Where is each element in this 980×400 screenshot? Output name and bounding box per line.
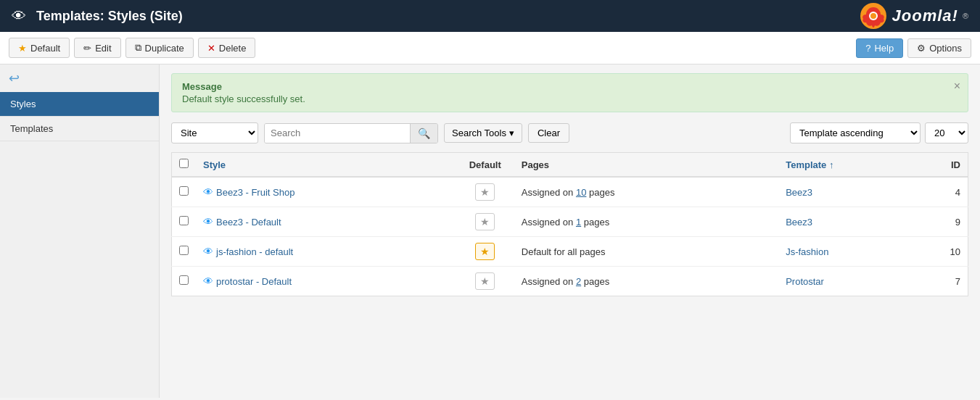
template-link[interactable]: Beez3 xyxy=(786,217,812,228)
search-tools-arrow-icon: ▾ xyxy=(509,128,514,138)
row-id-cell: 10 xyxy=(932,237,968,267)
th-style-label: Style xyxy=(203,159,226,170)
row-template-cell: Protostar xyxy=(778,267,931,296)
joomla-logo: Joomla! ® xyxy=(859,1,968,30)
toolbar: ★ Default ✏ Edit ⧉ Duplicate ✕ Delete ? … xyxy=(0,32,980,64)
delete-button-label: Delete xyxy=(219,43,247,54)
th-pages-label: Pages xyxy=(522,159,549,170)
sidebar-templates-label: Templates xyxy=(10,123,53,134)
options-button[interactable]: ⚙ Options xyxy=(907,38,971,58)
th-style: Style xyxy=(196,153,456,178)
row-checkbox-cell xyxy=(172,237,197,267)
row-default-cell: ★ xyxy=(456,177,514,207)
default-star-button[interactable]: ★ xyxy=(475,183,495,201)
row-checkbox[interactable] xyxy=(179,246,189,255)
help-icon: ? xyxy=(865,43,870,54)
filter-bar: Site Administrator 🔍 Search Tools ▾ Clea… xyxy=(171,122,968,143)
duplicate-button[interactable]: ⧉ Duplicate xyxy=(125,38,194,58)
th-pages: Pages xyxy=(514,153,778,178)
template-link[interactable]: Protostar xyxy=(786,276,824,287)
sidebar-styles-label: Styles xyxy=(10,99,36,109)
th-checkbox xyxy=(172,153,197,178)
row-pages-cell: Default for all pages xyxy=(514,237,778,267)
row-id-cell: 9 xyxy=(932,207,968,237)
eye-icon: 👁 xyxy=(203,246,213,257)
filter-right: Template ascending Template descending S… xyxy=(790,122,968,143)
row-checkbox-cell xyxy=(172,207,197,237)
style-link[interactable]: js-fashion - default xyxy=(216,246,293,257)
select-all-checkbox[interactable] xyxy=(179,159,189,168)
help-button[interactable]: ? Help xyxy=(856,38,903,58)
th-template-label: Template ↑ xyxy=(786,159,833,170)
header-left: 👁 Templates: Styles (Site) xyxy=(12,8,183,25)
eye-icon: 👁 xyxy=(203,186,213,198)
table-row: 👁Beez3 - Fruit Shop★Assigned on 10 pages… xyxy=(172,177,968,207)
sort-select[interactable]: Template ascending Template descending S… xyxy=(790,122,921,143)
sidebar: ↩ Styles Templates xyxy=(0,64,160,398)
app-header: 👁 Templates: Styles (Site) Joomla! ® xyxy=(0,0,980,32)
template-link[interactable]: Beez3 xyxy=(786,187,812,198)
svg-point-2 xyxy=(870,13,876,19)
th-template[interactable]: Template ↑ xyxy=(778,153,931,178)
template-link[interactable]: Js-fashion xyxy=(786,246,828,257)
options-button-label: Options xyxy=(929,43,962,54)
pages-link[interactable]: 1 xyxy=(576,217,581,228)
search-input[interactable] xyxy=(265,124,410,143)
default-button-label: Default xyxy=(30,43,60,54)
edit-icon: ✏ xyxy=(83,43,91,54)
row-checkbox[interactable] xyxy=(179,186,189,196)
site-filter-select[interactable]: Site Administrator xyxy=(171,122,258,143)
table-header-row: Style Default Pages Template ↑ ID xyxy=(172,153,968,178)
gear-icon: ⚙ xyxy=(917,43,926,54)
th-default: Default xyxy=(456,153,514,178)
default-star-button[interactable]: ★ xyxy=(475,213,495,230)
pages-link[interactable]: 2 xyxy=(576,276,581,287)
row-id-cell: 4 xyxy=(932,177,968,207)
sidebar-back-button[interactable]: ↩ xyxy=(0,64,159,92)
table-row: 👁js-fashion - default★Default for all pa… xyxy=(172,237,968,267)
row-pages-cell: Assigned on 1 pages xyxy=(514,207,778,237)
pages-link[interactable]: 10 xyxy=(576,187,586,198)
eye-icon: 👁 xyxy=(203,216,213,228)
row-checkbox-cell xyxy=(172,267,197,296)
toolbar-left: ★ Default ✏ Edit ⧉ Duplicate ✕ Delete xyxy=(9,38,255,58)
style-link[interactable]: Beez3 - Default xyxy=(216,217,281,228)
star-icon: ★ xyxy=(18,43,27,54)
page-title: Templates: Styles (Site) xyxy=(36,9,183,24)
row-id-cell: 7 xyxy=(932,267,968,296)
table-row: 👁Beez3 - Default★Assigned on 1 pagesBeez… xyxy=(172,207,968,237)
search-icon: 🔍 xyxy=(418,128,430,139)
styles-table: Style Default Pages Template ↑ ID xyxy=(171,152,968,296)
edit-button-label: Edit xyxy=(95,43,111,54)
style-link[interactable]: Beez3 - Fruit Shop xyxy=(216,187,295,198)
message-close-button[interactable]: × xyxy=(954,80,960,93)
joomla-brand-text: Joomla! xyxy=(892,7,958,25)
row-checkbox[interactable] xyxy=(179,216,189,225)
row-pages-cell: Assigned on 10 pages xyxy=(514,177,778,207)
help-button-label: Help xyxy=(874,43,894,54)
per-page-select[interactable]: 5 10 15 20 25 30 50 100 xyxy=(925,122,968,143)
row-template-cell: Beez3 xyxy=(778,177,931,207)
joomla-flower-icon xyxy=(859,1,888,30)
style-link[interactable]: protostar - Default xyxy=(216,276,292,287)
default-star-button[interactable]: ★ xyxy=(475,243,495,260)
row-style-cell: 👁protostar - Default xyxy=(196,267,456,296)
search-wrapper: 🔍 xyxy=(264,123,438,143)
sidebar-item-styles[interactable]: Styles xyxy=(0,92,159,117)
row-template-cell: Js-fashion xyxy=(778,237,931,267)
default-star-button[interactable]: ★ xyxy=(475,272,495,290)
th-id: ID xyxy=(932,153,968,178)
default-button[interactable]: ★ Default xyxy=(9,38,70,58)
search-button[interactable]: 🔍 xyxy=(410,124,437,143)
edit-button[interactable]: ✏ Edit xyxy=(74,38,120,58)
delete-button[interactable]: ✕ Delete xyxy=(198,38,256,58)
row-checkbox[interactable] xyxy=(179,275,189,285)
search-tools-button[interactable]: Search Tools ▾ xyxy=(444,123,522,143)
row-style-cell: 👁js-fashion - default xyxy=(196,237,456,267)
clear-button[interactable]: Clear xyxy=(528,123,569,143)
row-default-cell: ★ xyxy=(456,267,514,296)
row-default-cell: ★ xyxy=(456,237,514,267)
joomla-trademark: ® xyxy=(963,12,968,20)
toolbar-right: ? Help ⚙ Options xyxy=(856,38,971,58)
sidebar-item-templates[interactable]: Templates xyxy=(0,117,159,141)
